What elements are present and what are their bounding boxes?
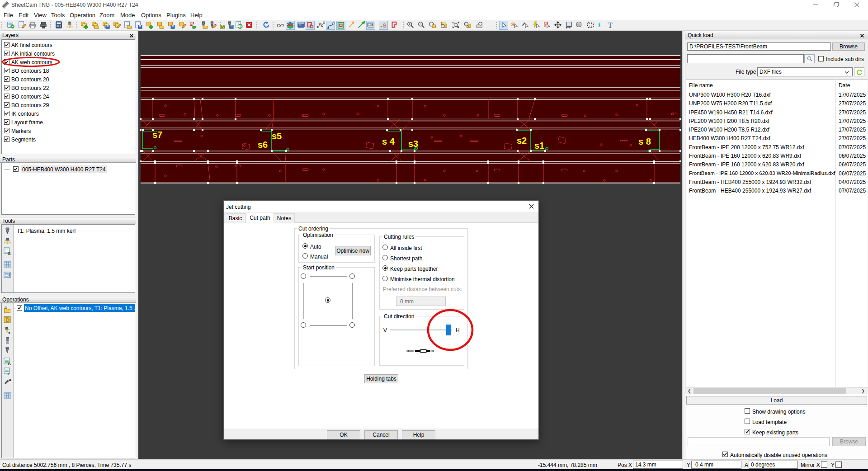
svg-text:s2: s2 xyxy=(517,136,527,146)
svg-text:s5: s5 xyxy=(272,131,282,141)
svg-text:G: G xyxy=(8,251,11,255)
svg-text:s 4: s 4 xyxy=(382,137,395,146)
svg-text:s1: s1 xyxy=(534,141,544,151)
svg-text:G: G xyxy=(8,362,11,366)
svg-text:s7: s7 xyxy=(152,130,162,140)
svg-text:s3: s3 xyxy=(408,139,418,149)
svg-text:S: S xyxy=(382,22,387,29)
svg-text:T: T xyxy=(608,21,613,29)
svg-text:s6: s6 xyxy=(258,140,268,150)
svg-text:s 8: s 8 xyxy=(638,137,651,146)
svg-text:x: x xyxy=(7,372,9,376)
